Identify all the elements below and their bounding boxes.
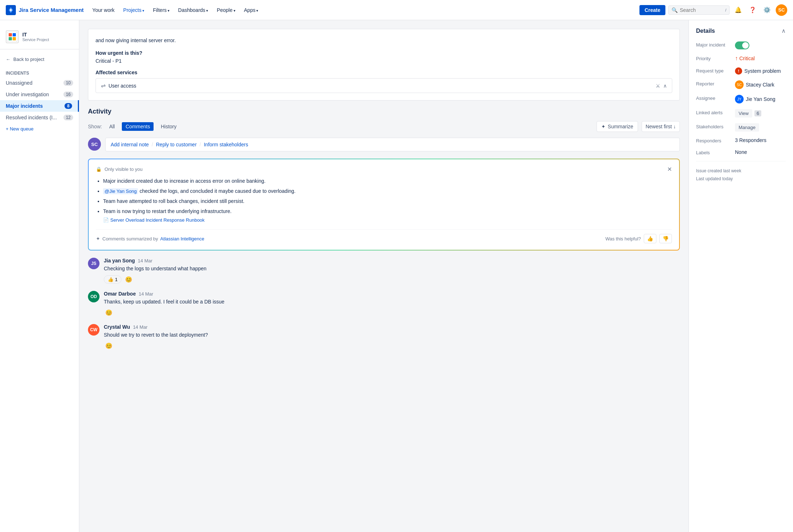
assignee-label: Assignee xyxy=(696,95,732,101)
sidebar-project: IT Service Project xyxy=(0,26,79,49)
sidebar-item-under-investigation[interactable]: Under investigation 16 xyxy=(0,89,79,100)
sidebar-item-unassigned[interactable]: Unassigned 10 xyxy=(0,77,79,89)
sidebar-item-major-incidents[interactable]: Major incidents 8 xyxy=(0,100,79,112)
sidebar-badge-under-investigation: 16 xyxy=(63,92,73,97)
reply-customer-link[interactable]: Reply to customer xyxy=(156,142,197,147)
new-queue-button[interactable]: + New queue xyxy=(0,123,79,134)
visibility-label: Only visible to you xyxy=(105,167,143,172)
summarize-bullet-4: Team is now trying to restart the underl… xyxy=(103,207,672,225)
help-button[interactable]: ❓ xyxy=(747,4,758,16)
sidebar-badge-major-incidents: 8 xyxy=(65,103,72,109)
search-shortcut: / xyxy=(725,8,726,12)
sidebar: IT Service Project ← Back to project Inc… xyxy=(0,20,79,532)
request-type-text: System problem xyxy=(744,68,781,74)
responders-text: 3 Responders xyxy=(735,137,766,143)
project-info: IT Service Project xyxy=(22,32,49,42)
detail-request-type: Request type ! System problem xyxy=(696,67,786,75)
comment-reactions-1: 👍 1 😊 xyxy=(104,275,680,284)
nav-your-work[interactable]: Your work xyxy=(89,6,118,14)
major-incident-value xyxy=(735,41,749,49)
sidebar-item-resolved-incidents[interactable]: Resolved incidents (I... 12 xyxy=(0,112,79,123)
add-internal-note-link[interactable]: Add internal note xyxy=(111,142,149,147)
nav-people[interactable]: People xyxy=(214,6,238,14)
linked-alerts-label: Linked alerts xyxy=(696,109,732,115)
inform-stakeholders-link[interactable]: Inform stakeholders xyxy=(204,142,248,147)
filter-all-button[interactable]: All xyxy=(106,122,119,131)
thumbs-up-button[interactable]: 👍 xyxy=(644,234,656,243)
linked-alerts-count: 6 xyxy=(754,110,761,116)
nav-apps[interactable]: Apps xyxy=(241,6,261,14)
service-link-icon[interactable]: ⚔ xyxy=(656,83,660,89)
activity-section: Activity Show: All Comments History ✦ Su… xyxy=(88,108,680,350)
add-emoji-2[interactable]: 😊 xyxy=(104,309,114,317)
service-collapse-icon[interactable]: ∧ xyxy=(663,83,667,89)
reaction-count-1: 1 xyxy=(115,277,118,282)
thumbs-down-button[interactable]: 👎 xyxy=(659,234,672,243)
summarize-label: Summarize xyxy=(608,124,633,129)
nav-projects[interactable]: Projects xyxy=(120,6,147,14)
filter-comments-button[interactable]: Comments xyxy=(122,122,154,131)
ai-icon: ✦ xyxy=(96,236,100,241)
summarize-button[interactable]: ✦ Summarize xyxy=(597,121,638,132)
search-bar[interactable]: 🔍 / xyxy=(668,5,730,15)
add-emoji-3[interactable]: 😊 xyxy=(104,342,114,350)
back-label: Back to project xyxy=(13,57,44,62)
last-updated: Last updated today xyxy=(696,175,786,183)
project-type: Service Project xyxy=(22,37,49,42)
detail-divider xyxy=(696,161,786,161)
sort-button[interactable]: Newest first ↓ xyxy=(642,121,680,132)
atlassian-intelligence-link[interactable]: Atlassian Intelligence xyxy=(160,236,204,241)
doc-icon: 📄 xyxy=(103,216,109,224)
summarize-bullet-2: @Jie Yan Song checked the logs, and conc… xyxy=(103,187,672,196)
sidebar-item-label-resolved-incidents: Resolved incidents (I... xyxy=(6,115,57,120)
activity-controls: Show: All Comments History ✦ Summarize N… xyxy=(88,121,680,132)
app-logo[interactable]: Jira Service Management xyxy=(6,5,84,15)
comment-body-2: Omar Darboe 14 Mar Thanks, keep us updat… xyxy=(104,291,680,317)
project-icon xyxy=(6,30,19,43)
sep1: / xyxy=(152,142,153,147)
comment-author-1: Jia yan Song xyxy=(104,258,135,263)
labels-value: None xyxy=(735,149,747,155)
show-label: Show: xyxy=(88,124,102,129)
comment-input-box[interactable]: Add internal note / Reply to customer / … xyxy=(105,138,680,151)
responders-label: Responders xyxy=(696,137,732,143)
summarize-icon: ✦ xyxy=(601,124,606,129)
details-collapse-button[interactable]: ∧ xyxy=(781,27,786,34)
summarize-result-wrapper: 🔒 Only visible to you ✕ Major incident c… xyxy=(88,159,680,251)
add-emoji-1[interactable]: 😊 xyxy=(124,275,134,284)
runbook-link[interactable]: 📄 Server Overload Incident Response Runb… xyxy=(103,216,205,224)
user-avatar[interactable]: SC xyxy=(776,4,787,16)
comment-body-3: Crystal Wu 14 Mar Should we try to rever… xyxy=(104,324,680,350)
detail-major-incident: Major incident xyxy=(696,41,786,49)
comment-entry-1: JS Jia yan Song 14 Mar Checking the logs… xyxy=(88,258,680,284)
priority-text: Critical xyxy=(739,56,755,61)
create-button[interactable]: Create xyxy=(639,5,665,15)
linked-alerts-view-button[interactable]: View xyxy=(735,109,752,118)
comment-avatar-1: JS xyxy=(88,258,99,269)
details-header: Details ∧ xyxy=(696,27,786,34)
request-type-value: ! System problem xyxy=(735,67,781,75)
nav-dashboards[interactable]: Dashboards xyxy=(175,6,211,14)
toggle-thumb xyxy=(742,42,749,49)
reporter-label: Reporter xyxy=(696,80,732,87)
comment-text-3: Should we try to revert to the last depl… xyxy=(104,331,680,339)
major-incident-toggle[interactable] xyxy=(735,41,749,49)
settings-button[interactable]: ⚙️ xyxy=(761,4,773,16)
back-to-project[interactable]: ← Back to project xyxy=(0,54,79,65)
notifications-button[interactable]: 🔔 xyxy=(732,4,744,16)
nav-filters[interactable]: Filters xyxy=(150,6,172,14)
helpful-label: Was this helpful? xyxy=(605,236,641,241)
request-type-label: Request type xyxy=(696,67,732,74)
request-type-icon: ! xyxy=(735,67,742,75)
filter-history-button[interactable]: History xyxy=(157,122,180,131)
comment-action-links: Add internal note / Reply to customer / … xyxy=(111,142,248,147)
stakeholders-manage-button[interactable]: Manage xyxy=(735,123,759,132)
visibility-label-row: 🔒 Only visible to you xyxy=(96,167,143,172)
reaction-thumbsup-1[interactable]: 👍 1 xyxy=(104,275,121,284)
summarize-close-button[interactable]: ✕ xyxy=(667,166,672,173)
major-incident-label: Major incident xyxy=(696,41,732,48)
at-mention[interactable]: @Jie Yan Song xyxy=(103,188,138,194)
search-input[interactable] xyxy=(680,7,723,13)
main-area: and now giving internal server error. Ho… xyxy=(79,20,793,532)
comment-meta-1: Jia yan Song 14 Mar xyxy=(104,258,680,263)
